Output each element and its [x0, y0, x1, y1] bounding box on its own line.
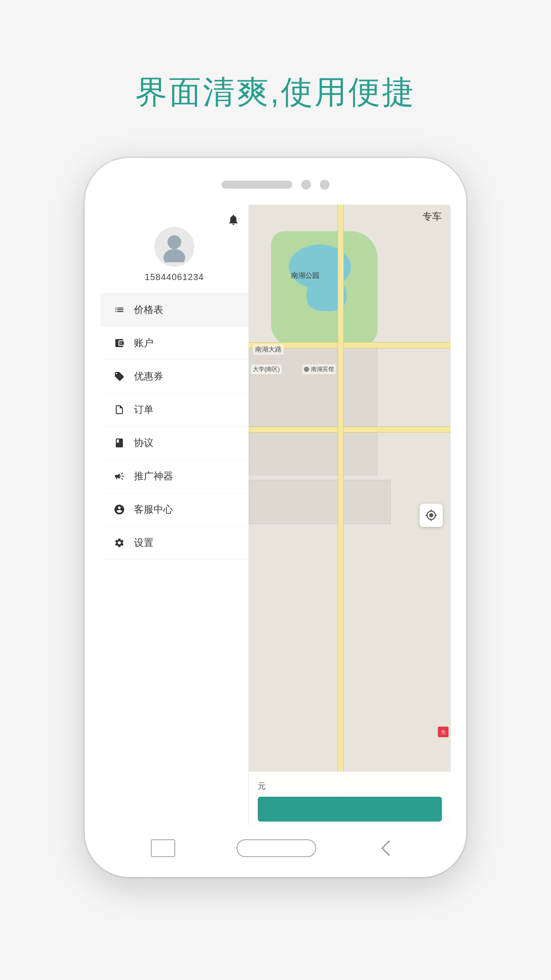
- phone-nav-bar: [85, 819, 466, 877]
- orders-icon: [113, 403, 126, 416]
- avatar[interactable]: [154, 227, 194, 267]
- phone-shell: 15844061234 价格表: [85, 158, 466, 877]
- location-button[interactable]: [420, 504, 443, 527]
- map-area: 专车 南湖公园 南湖大路 大学(南区): [249, 205, 451, 826]
- building-icon: 光: [438, 727, 449, 737]
- phone-camera2: [320, 180, 330, 190]
- avatar-section: 15844061234: [109, 227, 240, 282]
- coupon-icon: [113, 370, 126, 383]
- price-list-icon: [113, 303, 126, 316]
- menu-item-account[interactable]: 账户: [100, 327, 248, 360]
- map-block: [342, 347, 378, 427]
- recent-apps-button[interactable]: [151, 839, 175, 857]
- phone-speaker: [221, 181, 292, 189]
- phone-screen: 15844061234 价格表: [100, 205, 451, 826]
- menu-item-agreement[interactable]: 协议: [100, 427, 248, 460]
- menu-label-customer-service: 客服中心: [134, 503, 173, 516]
- menu-item-settings[interactable]: 设置: [100, 526, 248, 560]
- road-vertical: [338, 205, 344, 826]
- menu-item-price-list[interactable]: 价格表: [100, 293, 248, 327]
- menu-label-promotion: 推广神器: [134, 470, 173, 483]
- road-horizontal-2: [249, 427, 451, 433]
- sidebar-drawer: 15844061234 价格表: [100, 205, 249, 826]
- phone-mockup: 15844061234 价格表: [85, 158, 466, 877]
- hotel-label: 南湖宾馆: [302, 364, 336, 374]
- page-title: 界面清爽,使用便捷: [135, 71, 416, 114]
- area-label: 大学(南区): [251, 364, 282, 374]
- svg-point-1: [164, 249, 185, 262]
- sidebar-header: 15844061234: [100, 205, 248, 293]
- menu-label-agreement: 协议: [134, 436, 153, 450]
- account-icon: [113, 336, 126, 350]
- phone-top-bar: [85, 158, 466, 211]
- menu-label-account: 账户: [134, 336, 153, 350]
- map-block: [249, 347, 338, 427]
- menu-label-coupon: 优惠券: [134, 370, 163, 383]
- menu-item-promotion[interactable]: 推广神器: [100, 460, 248, 493]
- menu-item-orders[interactable]: 订单: [100, 393, 248, 427]
- bell-icon[interactable]: [227, 213, 240, 229]
- svg-point-0: [168, 235, 181, 249]
- menu-label-settings: 设置: [134, 536, 153, 549]
- agreement-icon: [113, 436, 126, 450]
- taxi-type-label: 专车: [422, 210, 442, 223]
- menu-label-orders: 订单: [134, 403, 153, 416]
- settings-icon: [113, 536, 126, 549]
- park-label: 南湖公园: [291, 271, 319, 281]
- order-button[interactable]: [258, 797, 442, 822]
- menu-item-coupon[interactable]: 优惠券: [100, 360, 248, 393]
- road-label: 南湖大路: [253, 344, 283, 355]
- back-button[interactable]: [378, 837, 400, 859]
- map-bottom-panel: 元: [249, 771, 451, 826]
- promotion-icon: [113, 470, 126, 483]
- menu-item-customer-service[interactable]: 客服中心: [100, 493, 248, 526]
- map-block: [249, 480, 391, 524]
- price-label: 元: [258, 781, 442, 791]
- park-area: 南湖公园: [271, 231, 378, 347]
- menu-label-price-list: 价格表: [134, 303, 163, 316]
- phone-camera: [301, 180, 311, 190]
- customer-service-icon: [113, 503, 126, 516]
- menu-list: 价格表 账户: [100, 293, 248, 826]
- user-phone: 15844061234: [145, 272, 204, 282]
- map-block: [249, 431, 338, 475]
- map-block: [342, 431, 378, 475]
- home-button[interactable]: [236, 839, 316, 857]
